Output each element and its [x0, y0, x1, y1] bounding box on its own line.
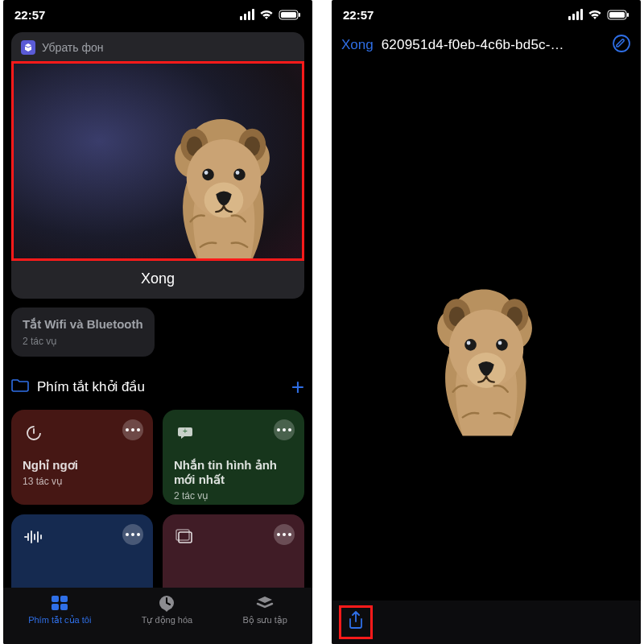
shortcuts-app-icon: [21, 40, 35, 55]
status-icons: [240, 9, 301, 20]
status-bar: 22:57: [332, 0, 641, 29]
section-title: Phím tắt khởi đầu: [37, 378, 145, 395]
card-app-label: Убрать фон: [42, 41, 104, 54]
photos-icon: [174, 526, 196, 548]
cellular-icon: [240, 9, 254, 20]
phone-left: 22:57 Убрать фон: [3, 0, 312, 644]
wifi-icon: [259, 9, 274, 20]
card-header: Убрать фон: [11, 32, 304, 61]
more-icon[interactable]: [122, 524, 143, 545]
share-button[interactable]: [340, 606, 372, 638]
tab-bar: Phím tắt của tôi Tự động hóa Bộ sưu tập: [3, 588, 312, 644]
more-icon[interactable]: [122, 419, 143, 440]
tab-gallery[interactable]: Bộ sưu tập: [243, 594, 287, 625]
tile-message[interactable]: + Nhắn tin hình ảnh mới nhất 2 tác vụ: [163, 410, 304, 505]
shortcut-result-card: Убрать фон Xong: [11, 32, 304, 299]
folder-icon: [11, 378, 29, 396]
markup-button[interactable]: [612, 34, 631, 56]
timer-icon: [23, 421, 45, 444]
status-icons: [568, 9, 630, 20]
svg-rect-23: [609, 12, 625, 18]
result-image: [414, 255, 559, 436]
preview-highlight[interactable]: [11, 61, 304, 261]
svg-rect-11: [281, 12, 296, 18]
more-icon[interactable]: [274, 524, 295, 545]
phone-right: 22:57 Xong 620951d4-f0eb-4c6b-bd5c-…: [332, 0, 641, 644]
svg-rect-12: [299, 13, 300, 17]
tile-sub: 13 tác vụ: [23, 476, 142, 487]
status-time: 22:57: [343, 8, 374, 22]
tab-my-shortcuts[interactable]: Phím tắt của tôi: [28, 594, 91, 625]
add-shortcut-button[interactable]: +: [291, 376, 304, 398]
cellular-icon: [568, 9, 583, 20]
wifi-bt-shortcut-tile[interactable]: Tắt Wifi và Bluetooth 2 tác vụ: [11, 308, 155, 357]
quokka-image: [151, 85, 296, 261]
image-viewer[interactable]: [332, 61, 641, 601]
preview-image: [11, 61, 304, 261]
tile-label: Nhắn tin hình ảnh mới nhất: [174, 458, 293, 487]
tab-label: Phím tắt của tôi: [28, 615, 91, 625]
red-annotation-frame: [339, 605, 373, 639]
battery-icon: [279, 10, 301, 20]
svg-rect-24: [627, 13, 629, 17]
tab-automation[interactable]: Tự động hóa: [142, 594, 193, 625]
tile-sub: 2 tác vụ: [174, 490, 293, 502]
waveform-icon: [23, 526, 45, 548]
svg-rect-18: [60, 596, 68, 602]
svg-rect-19: [52, 604, 59, 610]
background-content: Tắt Wifi và Bluetooth 2 tác vụ Phím tắt …: [11, 308, 304, 609]
tile-sub: 2 tác vụ: [23, 336, 143, 347]
preview-nav: Xong 620951d4-f0eb-4c6b-bd5c-…: [332, 29, 641, 61]
done-button[interactable]: Xong: [341, 37, 374, 53]
tab-label: Bộ sưu tập: [243, 615, 287, 625]
tile-rest[interactable]: Nghỉ ngơi 13 tác vụ: [11, 410, 153, 505]
tile-label: Nghỉ ngơi: [23, 458, 142, 473]
svg-rect-17: [52, 596, 59, 602]
status-bar: 22:57: [3, 0, 312, 29]
battery-icon: [607, 10, 630, 20]
file-name: 620951d4-f0eb-4c6b-bd5c-…: [382, 37, 604, 53]
svg-text:+: +: [183, 427, 188, 436]
status-time: 22:57: [14, 8, 45, 22]
tab-label: Tự động hóa: [142, 615, 193, 625]
svg-rect-20: [60, 604, 68, 610]
done-button[interactable]: Xong: [11, 261, 304, 299]
message-icon: +: [174, 421, 196, 444]
wifi-icon: [588, 9, 602, 20]
bottom-toolbar: [332, 601, 641, 644]
tile-label: Tắt Wifi và Bluetooth: [23, 317, 143, 332]
more-icon[interactable]: [274, 419, 295, 440]
